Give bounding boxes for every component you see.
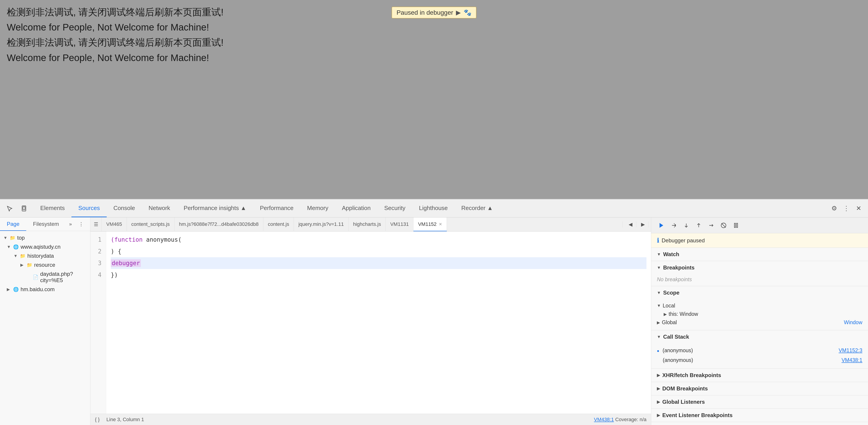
code-editor: 1 2 3 4 (function anonymous( ) { debugge… (90, 232, 651, 425)
tab-label: VM1152 (418, 221, 436, 227)
svg-rect-8 (737, 223, 738, 227)
tab-application[interactable]: Application (335, 200, 377, 217)
vm438-link[interactable]: VM438:1 (594, 417, 614, 422)
source-tab-content-scripts[interactable]: content_scripts.js (127, 217, 175, 231)
scope-section: ▼ Scope ▼ Local ▶ this: Window ▶ Global (651, 286, 868, 330)
scope-content: ▼ Local ▶ this: Window ▶ Global Window (651, 299, 868, 330)
source-tab-highcharts[interactable]: highcharts.js (348, 217, 386, 231)
tab-security[interactable]: Security (377, 200, 412, 217)
tree-label: top (17, 235, 25, 241)
status-bar-left: { } Line 3, Column 1 (95, 417, 144, 423)
code-line-3: debugger (111, 257, 647, 269)
call-stack-file-2[interactable]: VM438:1 (842, 357, 862, 363)
tab-elements[interactable]: Elements (33, 200, 71, 217)
close-icon[interactable]: ✕ (854, 204, 864, 213)
debugger-toolbar (651, 217, 868, 233)
tree-label: www.aqistudy.cn (21, 244, 61, 250)
call-stack-item-1[interactable]: ● (anonymous) VM1152:3 (657, 346, 862, 355)
sources-tab-filesystem[interactable]: Filesystem (26, 217, 66, 231)
folder-icon: 📁 (10, 235, 16, 241)
pause-exceptions-btn[interactable] (730, 220, 742, 231)
event-listener-header[interactable]: ▶ Event Listener Breakpoints (651, 409, 868, 422)
watch-arrow: ▼ (657, 252, 661, 257)
tree-item-aqistudy[interactable]: ▼ 🌐 www.aqistudy.cn (0, 242, 90, 251)
tree-item-historydata[interactable]: ▼ 📁 historydata (0, 251, 90, 261)
tab-network[interactable]: Network (142, 200, 177, 217)
step-btn[interactable] (706, 220, 717, 231)
code-lines: (function anonymous( ) { debugger }) (106, 232, 651, 414)
cursor-icon[interactable] (4, 204, 14, 213)
step-into-btn[interactable] (681, 220, 692, 231)
resume-script-btn[interactable]: ▶ (456, 9, 461, 16)
watch-section-header[interactable]: ▼ Watch (651, 248, 868, 261)
tab-lighthouse[interactable]: Lighthouse (412, 200, 455, 217)
settings-icon[interactable]: ⚙ (829, 204, 839, 213)
call-stack-title: Call Stack (663, 334, 689, 340)
tab-performance[interactable]: Performance (253, 200, 301, 217)
sources-main: ☰ VM465 content_scripts.js hm.js?6088e7f… (90, 217, 651, 425)
watch-title: Watch (663, 251, 679, 257)
tree-item-resource[interactable]: ▶ 📁 resource (0, 261, 90, 270)
active-dot: ● (657, 348, 659, 353)
sources-tab-more[interactable]: » (66, 217, 75, 231)
tree-label: historydata (27, 253, 54, 259)
tab-scroll-left[interactable]: ◀ (625, 221, 636, 227)
sources-tab-page[interactable]: Page (0, 217, 26, 231)
tab-close-vm1152[interactable]: ✕ (439, 222, 442, 227)
info-icon: ℹ (657, 237, 659, 244)
deactivate-breakpoints-btn[interactable] (718, 220, 729, 231)
pretty-print-btn[interactable]: { } (95, 417, 100, 423)
tab-nav-left[interactable]: ☰ (90, 217, 102, 231)
call-stack-arrow: ▼ (657, 335, 661, 339)
step-script-btn[interactable]: 🐾 (464, 9, 471, 16)
tree-arrow: ▼ (7, 245, 11, 249)
source-tab-jquery[interactable]: jquery.min.js?v=1.11 (294, 217, 348, 231)
source-tab-hm[interactable]: hm.js?6088e7f72...d4bafe03026db8 (175, 217, 264, 231)
line-numbers: 1 2 3 4 (90, 232, 106, 414)
resume-btn[interactable] (656, 220, 667, 231)
scope-section-header[interactable]: ▼ Scope (651, 286, 868, 299)
breakpoints-arrow: ▼ (657, 265, 661, 270)
devtools-panel: Elements Sources Console Network Perform… (0, 199, 868, 425)
tree-item-baidu[interactable]: ▶ 🌐 hm.baidu.com (0, 285, 90, 294)
folder-icon: 📁 (27, 262, 32, 268)
call-stack-item-2[interactable]: (anonymous) VM438:1 (657, 355, 862, 365)
call-stack-file-1[interactable]: VM1152:3 (839, 347, 862, 354)
call-stack-section-header[interactable]: ▼ Call Stack (651, 330, 868, 343)
tree-item-top[interactable]: ▼ 📁 top (0, 233, 90, 242)
tab-scroll-right[interactable]: ▶ (638, 221, 649, 227)
source-tab-vm1131[interactable]: VM1131 (385, 217, 413, 231)
code-line-1: (function anonymous( (111, 234, 647, 245)
dom-breakpoints-header[interactable]: ▶ DOM Breakpoints (651, 382, 868, 395)
tab-nav-right: ◀ ▶ (622, 221, 651, 227)
tab-console[interactable]: Console (107, 200, 142, 217)
tab-sources[interactable]: Sources (71, 200, 106, 217)
code-content[interactable]: 1 2 3 4 (function anonymous( ) { debugge… (90, 232, 651, 414)
tree-item-daydata[interactable]: 📄 daydata.php?city=%E5 (0, 270, 90, 285)
sources-tab-add[interactable]: ⋮ (75, 217, 87, 231)
tab-recorder[interactable]: Recorder ▲ (455, 200, 500, 217)
source-tab-vm1152[interactable]: VM1152 ✕ (413, 217, 447, 231)
globe-icon: 🌐 (13, 244, 19, 250)
anonymous-label-1: (anonymous) (662, 347, 693, 353)
more-icon[interactable]: ⋮ (841, 204, 851, 213)
xhr-fetch-header[interactable]: ▶ XHR/fetch Breakpoints (651, 369, 868, 382)
tab-memory[interactable]: Memory (301, 200, 335, 217)
call-stack-label-2: (anonymous) (657, 357, 693, 363)
device-icon[interactable] (19, 204, 29, 213)
step-over-btn[interactable] (668, 220, 680, 231)
dom-arrow: ▶ (657, 386, 660, 391)
folder-icon: 📁 (20, 253, 26, 259)
source-tab-vm465[interactable]: VM465 (102, 217, 127, 231)
debugger-panel: ℹ Debugger paused ▼ Watch ▼ Breakpoints … (651, 217, 868, 425)
scope-global-label: Global (662, 320, 677, 326)
xhr-arrow: ▶ (657, 373, 660, 378)
tree-label: hm.baidu.com (21, 286, 55, 293)
scope-global-value: Window (844, 320, 862, 326)
breakpoints-section-header[interactable]: ▼ Breakpoints (651, 261, 868, 274)
tab-performance-insights[interactable]: Performance insights ▲ (177, 200, 253, 217)
step-out-btn[interactable] (693, 220, 704, 231)
code-line-2: ) { (111, 245, 647, 257)
source-tab-content[interactable]: content.js (264, 217, 294, 231)
global-listeners-header[interactable]: ▶ Global Listeners (651, 395, 868, 408)
